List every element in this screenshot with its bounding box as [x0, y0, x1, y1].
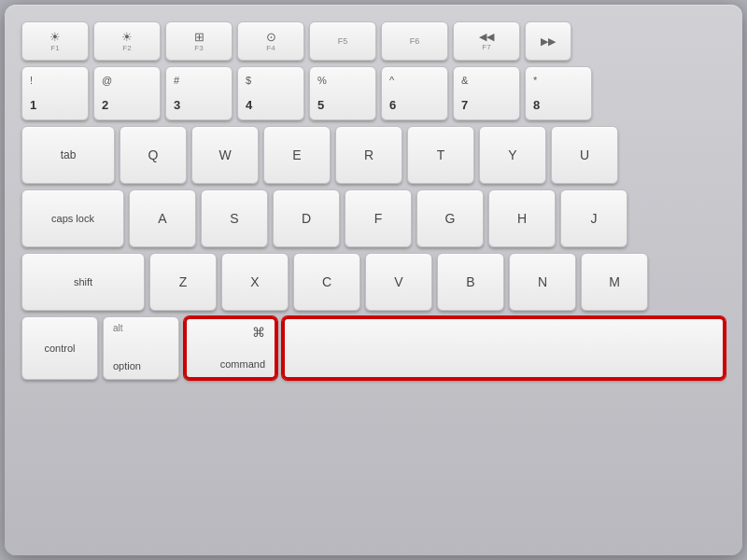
key-caps-lock[interactable]: caps lock: [21, 189, 124, 247]
key-4[interactable]: $ 4: [237, 66, 304, 120]
bottom-row: control alt option ⌘ command: [21, 316, 726, 380]
key-y[interactable]: Y: [479, 126, 546, 184]
key-s[interactable]: S: [201, 189, 268, 247]
b-label: B: [466, 274, 474, 289]
key-8[interactable]: * 8: [525, 66, 592, 120]
key-spacebar[interactable]: [282, 316, 726, 380]
command-symbol: ⌘: [252, 325, 265, 340]
asdf-row: caps lock A S D F G H J: [21, 189, 726, 247]
key-f5[interactable]: F5: [309, 21, 376, 61]
a-label: A: [158, 211, 166, 226]
control-label: control: [44, 343, 75, 354]
f4-label: F4: [266, 44, 275, 52]
key-3-top: #: [174, 75, 179, 86]
q-label: Q: [148, 147, 159, 162]
key-1-bottom: 1: [30, 98, 36, 112]
key-n[interactable]: N: [509, 253, 576, 311]
key-f7[interactable]: ◀◀ F7: [453, 21, 520, 61]
key-r[interactable]: R: [335, 126, 402, 184]
key-4-bottom: 4: [246, 98, 252, 112]
z-label: Z: [179, 274, 188, 289]
key-a[interactable]: A: [129, 189, 196, 247]
key-f[interactable]: F: [345, 189, 412, 247]
v-label: V: [394, 274, 402, 289]
key-3-bottom: 3: [174, 98, 180, 112]
option-label: option: [113, 360, 141, 371]
brightness-low-icon: ☀: [49, 30, 61, 44]
key-6-bottom: 6: [389, 98, 396, 112]
key-g[interactable]: G: [416, 189, 484, 247]
fastforward-icon: ▶▶: [541, 35, 556, 48]
key-8-top: *: [533, 75, 537, 86]
tab-label: tab: [61, 148, 77, 161]
alt-label: alt: [113, 323, 123, 333]
key-tab[interactable]: tab: [21, 126, 115, 184]
f7-label: F7: [482, 43, 490, 51]
key-h[interactable]: H: [488, 189, 556, 247]
key-5[interactable]: % 5: [309, 66, 376, 120]
t-label: T: [437, 147, 445, 162]
key-5-top: %: [317, 75, 327, 86]
key-f3[interactable]: ⊞ F3: [165, 21, 233, 61]
key-7-bottom: 7: [461, 98, 468, 112]
function-row: ☀ F1 ☀ F2 ⊞ F3 ⊙ F4 F5 F6 ◀◀ F7 ▶▶: [21, 21, 726, 61]
shift-left-label: shift: [74, 276, 92, 287]
key-t[interactable]: T: [407, 126, 474, 184]
mission-control-icon: ⊞: [194, 30, 204, 44]
f5-label: F5: [338, 36, 348, 46]
key-j[interactable]: J: [560, 189, 627, 247]
key-8-bottom: 8: [533, 98, 540, 112]
u-label: U: [580, 147, 589, 162]
key-c[interactable]: C: [293, 253, 360, 311]
key-4-top: $: [246, 75, 251, 86]
key-2-bottom: 2: [102, 98, 108, 112]
number-row: ! 1 @ 2 # 3 $ 4 % 5: [21, 66, 726, 120]
key-v[interactable]: V: [365, 253, 432, 311]
rewind-icon: ◀◀: [479, 31, 494, 43]
f-label: F: [374, 211, 383, 226]
r-label: R: [364, 147, 374, 162]
f6-label: F6: [410, 36, 420, 46]
caps-label: caps lock: [51, 213, 94, 224]
m-label: M: [609, 274, 620, 289]
key-1-top: !: [30, 75, 33, 86]
key-w[interactable]: W: [191, 126, 259, 184]
h-label: H: [517, 211, 527, 226]
key-command[interactable]: ⌘ command: [184, 316, 277, 380]
key-1[interactable]: ! 1: [21, 66, 89, 120]
key-b[interactable]: B: [437, 253, 504, 311]
key-u[interactable]: U: [551, 126, 618, 184]
key-6[interactable]: ^ 6: [381, 66, 448, 120]
key-q[interactable]: Q: [120, 126, 187, 184]
key-f1[interactable]: ☀ F1: [21, 21, 89, 61]
key-7[interactable]: & 7: [453, 66, 520, 120]
keyboard: ☀ F1 ☀ F2 ⊞ F3 ⊙ F4 F5 F6 ◀◀ F7 ▶▶: [5, 5, 742, 555]
key-control[interactable]: control: [21, 316, 98, 380]
key-2-top: @: [102, 75, 112, 86]
key-f8[interactable]: ▶▶: [525, 21, 571, 61]
f3-label: F3: [194, 44, 203, 52]
key-f6[interactable]: F6: [381, 21, 448, 61]
g-label: G: [445, 211, 456, 226]
x-label: X: [250, 274, 259, 289]
dashboard-icon: ⊙: [266, 30, 276, 44]
f2-label: F2: [122, 44, 131, 52]
key-3[interactable]: # 3: [165, 66, 233, 120]
key-f4[interactable]: ⊙ F4: [237, 21, 304, 61]
key-7-top: &: [461, 75, 468, 86]
f1-label: F1: [50, 44, 59, 52]
key-shift-left[interactable]: shift: [21, 253, 145, 311]
y-label: Y: [508, 147, 516, 162]
key-e[interactable]: E: [263, 126, 331, 184]
key-2[interactable]: @ 2: [93, 66, 161, 120]
key-6-top: ^: [389, 75, 394, 86]
key-f2[interactable]: ☀ F2: [93, 21, 161, 61]
key-x[interactable]: X: [221, 253, 289, 311]
key-z[interactable]: Z: [149, 253, 217, 311]
key-option[interactable]: alt option: [103, 316, 179, 380]
key-m[interactable]: M: [581, 253, 648, 311]
key-d[interactable]: D: [273, 189, 340, 247]
d-label: D: [302, 211, 311, 226]
qwerty-row: tab Q W E R T Y U: [21, 126, 726, 184]
zxcv-row: shift Z X C V B N M: [21, 253, 726, 311]
